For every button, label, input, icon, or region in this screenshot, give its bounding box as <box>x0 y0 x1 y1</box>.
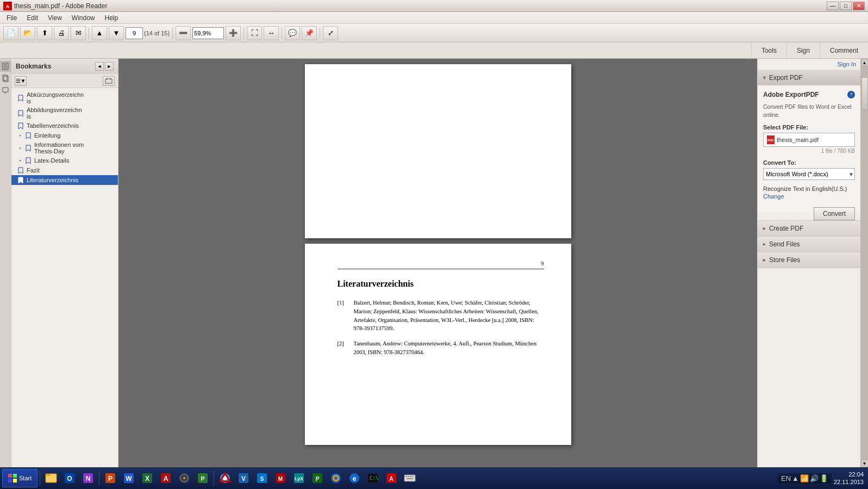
arrow-up-icon[interactable]: ▲ <box>792 474 799 482</box>
right-panel: Sign In ▼ Export PDF Adobe ExportPDF ? <box>757 59 860 467</box>
bm-options-btn[interactable]: ☰▼ <box>15 76 27 86</box>
taskbar-sharepoint[interactable]: S <box>253 469 271 487</box>
taskbar-visio[interactable]: V <box>235 469 252 487</box>
taskbar-excel[interactable]: X <box>139 469 156 487</box>
svg-text:X: X <box>145 475 149 482</box>
scroll-track[interactable] <box>861 66 869 460</box>
tab-sign[interactable]: Sign <box>786 42 820 58</box>
pdf-viewer[interactable]: 9 Literaturverzeichnis [1] Balzert, Helm… <box>118 59 757 467</box>
menu-file[interactable]: File <box>2 13 21 23</box>
send-files-header[interactable]: ► Send Files <box>758 237 860 252</box>
change-link[interactable]: Change <box>763 193 855 200</box>
taskbar-outlook[interactable]: O <box>61 469 78 487</box>
pin-button[interactable]: 📌 <box>302 26 317 40</box>
maximize-button[interactable]: □ <box>840 2 852 10</box>
scroll-thumb[interactable] <box>861 77 868 110</box>
keyboard-layout-icon[interactable]: EN <box>781 474 791 482</box>
toolbar-sep5 <box>320 27 320 39</box>
scroll-down-arrow[interactable]: ▼ <box>861 460 869 467</box>
expand-icon-store: ► <box>762 257 767 263</box>
taskbar-ie[interactable]: e <box>346 469 363 487</box>
email-button[interactable]: ✉ <box>71 26 86 40</box>
pages-panel-icon[interactable] <box>0 73 11 84</box>
next-page-button[interactable]: ▼ <box>109 26 124 40</box>
expand-icon[interactable]: + <box>17 157 23 164</box>
send-files-title: Send Files <box>769 240 856 248</box>
store-files-header[interactable]: ► Store Files <box>758 252 860 268</box>
print-button[interactable]: 🖨 <box>54 26 69 40</box>
page-input[interactable] <box>126 27 143 39</box>
bookmark-item[interactable]: Abbildungsverzeichnis <box>11 106 118 121</box>
menu-window[interactable]: Window <box>67 13 99 23</box>
export-pdf-header[interactable]: ▼ Export PDF <box>758 70 860 85</box>
taskbar-publisher[interactable]: P <box>309 469 326 487</box>
bookmark-item-active[interactable]: Literaturverzeichnis <box>11 175 118 185</box>
comment-button[interactable]: 💬 <box>285 26 300 40</box>
close-button[interactable]: ✕ <box>853 2 865 10</box>
menu-help[interactable]: Help <box>101 13 123 23</box>
prev-page-button[interactable]: ▲ <box>92 26 107 40</box>
svg-text:LyX: LyX <box>295 476 303 481</box>
bm-action-btn[interactable] <box>103 76 115 86</box>
network-icon[interactable]: 📶 <box>800 474 809 482</box>
taskbar-firefox[interactable] <box>327 469 345 487</box>
zoom-in-button[interactable]: ➕ <box>226 26 241 40</box>
taskbar-word[interactable]: W <box>120 469 138 487</box>
zoom-input[interactable] <box>192 27 224 39</box>
taskbar-mendeley[interactable]: M <box>272 469 289 487</box>
sign-in-link[interactable]: Sign In <box>758 59 860 70</box>
right-scrollbar[interactable]: ▲ ▼ <box>860 59 868 467</box>
new-button[interactable]: 📄 <box>3 26 18 40</box>
file-box: PDF thesis_main.pdf <box>763 133 855 147</box>
taskbar-project[interactable]: P <box>194 469 211 487</box>
fullscreen-button[interactable]: ⤢ <box>323 26 338 40</box>
taskbar-powerpoint[interactable]: P <box>102 469 119 487</box>
expand-icon[interactable]: + <box>17 145 23 151</box>
bookmark-item[interactable]: Fazit <box>11 165 118 175</box>
panel-collapse-btn[interactable]: ◄ <box>95 62 104 71</box>
save-button[interactable]: ⬆ <box>37 26 52 40</box>
bookmark-item[interactable]: Abkürzungsverzeichnis <box>11 90 118 106</box>
volume-icon[interactable]: 🔊 <box>810 474 819 482</box>
create-pdf-header[interactable]: ► Create PDF <box>758 221 860 236</box>
taskbar-chrome[interactable] <box>216 469 234 487</box>
svg-rect-61 <box>412 476 414 477</box>
taskbar-terminal[interactable]: C:\> <box>364 469 382 487</box>
taskbar-explorer[interactable] <box>42 469 60 487</box>
scroll-up-arrow[interactable]: ▲ <box>861 59 869 66</box>
fit-width-button[interactable]: ↔ <box>264 26 279 40</box>
bookmark-item[interactable]: + Latex-Details <box>11 156 118 165</box>
panel-expand-btn[interactable]: ► <box>105 62 114 71</box>
taskbar-onenote[interactable]: N <box>79 469 97 487</box>
taskbar-keyboard[interactable] <box>401 469 419 487</box>
battery-icon[interactable]: 🔋 <box>820 474 828 482</box>
bookmark-label: Abbildungsverzeichnis <box>27 107 82 120</box>
taskbar-groove[interactable] <box>176 469 193 487</box>
tab-tools[interactable]: Tools <box>751 42 786 58</box>
bookmark-item[interactable]: Tabellenverzeichnis <box>11 121 118 131</box>
help-icon[interactable]: ? <box>847 91 855 98</box>
annotations-panel-icon[interactable] <box>0 85 11 96</box>
start-button[interactable]: Start <box>2 469 38 487</box>
zoom-out-button[interactable]: ➖ <box>176 26 191 40</box>
fit-page-button[interactable]: ⛶ <box>247 26 262 40</box>
menu-edit[interactable]: Edit <box>22 13 42 23</box>
expand-icon[interactable]: + <box>17 132 23 139</box>
page-num-text: 9 <box>541 260 544 267</box>
right-panel-wrap: Sign In ▼ Export PDF Adobe ExportPDF ? <box>757 59 868 467</box>
bookmark-item[interactable]: + Informationen vomThesis-Day <box>11 140 118 156</box>
svg-rect-16 <box>13 479 17 482</box>
tab-comment[interactable]: Comment <box>820 42 868 58</box>
taskbar-lyx[interactable]: LyX <box>290 469 308 487</box>
bookmarks-panel-icon[interactable] <box>0 61 11 72</box>
menu-view[interactable]: View <box>43 13 66 23</box>
bookmark-item[interactable]: + Einleitung <box>11 131 118 140</box>
open-button[interactable]: 📂 <box>20 26 35 40</box>
taskbar-access[interactable]: A <box>157 469 174 487</box>
clock[interactable]: 22:04 22.11.2013 <box>834 471 864 486</box>
taskbar-acrobat[interactable]: A <box>383 469 400 487</box>
minimize-button[interactable]: — <box>827 2 839 10</box>
convert-button[interactable]: Convert <box>814 207 855 220</box>
toolbar-sep3 <box>243 27 244 39</box>
convert-to-select[interactable]: Microsoft Word (*.docx) Microsoft Excel … <box>763 168 855 180</box>
